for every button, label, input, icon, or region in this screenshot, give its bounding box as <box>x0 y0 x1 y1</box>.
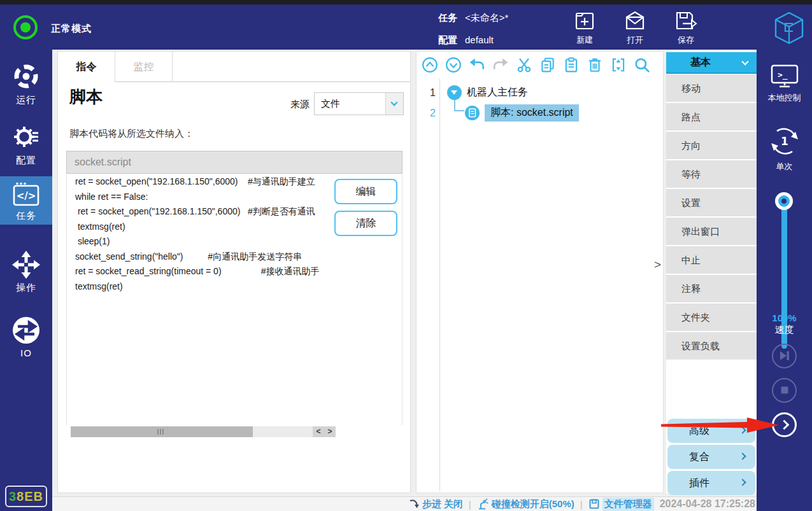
horizontal-scrollbar[interactable]: < > <box>71 426 336 437</box>
code-icon: </> <box>11 182 41 207</box>
chevron-right-icon <box>739 426 746 433</box>
instruction-category-basic[interactable]: 基本 <box>666 52 757 74</box>
sidebar-item-config[interactable]: 配置 <box>0 122 52 167</box>
step-forward-button[interactable] <box>772 344 797 368</box>
open-button[interactable]: 打开 <box>616 10 654 46</box>
sidebar-item-operate[interactable]: 操作 <box>0 250 52 294</box>
instr-item-popup[interactable]: 弹出窗口 <box>666 218 757 245</box>
move-down-icon[interactable] <box>445 57 462 73</box>
code-line: textmsg(ret) <box>67 220 350 235</box>
tab-command[interactable]: 指令 <box>58 52 115 82</box>
panel-expander[interactable]: > <box>654 258 661 272</box>
instr-item-set[interactable]: 设置 <box>666 189 757 216</box>
new-file-icon <box>574 10 595 32</box>
clock: 2024-04-28 17:25:28 <box>660 498 755 510</box>
collision-icon <box>477 498 489 510</box>
file-manager-button[interactable]: 文件管理器 <box>588 498 654 511</box>
line-number: 1 <box>417 87 436 99</box>
task-info: 任务<未命名>* 配置default <box>438 12 508 57</box>
scrollbar-track[interactable] <box>71 426 313 437</box>
single-run-button[interactable]: 1 单次 <box>757 125 812 172</box>
sidebar-item-io[interactable]: IO <box>0 316 52 358</box>
config-value: default <box>465 34 494 45</box>
step-mode-status[interactable]: 步进 关闭 <box>408 498 463 510</box>
right-rail: >_ 本地控制 1 单次 100% 速度 <box>757 50 812 511</box>
task-label: 任务 <box>438 12 457 23</box>
collapse-icon[interactable] <box>610 57 627 73</box>
script-hint: 脚本代码将从所选文件纳入： <box>69 128 194 140</box>
next-button[interactable] <box>772 412 797 437</box>
run-icon <box>11 61 41 92</box>
sidebar-item-task[interactable]: </> 任务 <box>0 176 52 225</box>
topbar: 正常模式 任务<未命名>* 配置default 新建 打 <box>0 4 812 50</box>
chevron-right-icon <box>780 420 790 430</box>
instr-item-move[interactable]: 移动 <box>666 74 757 102</box>
grip-icon <box>157 429 159 435</box>
instr-item-comment[interactable]: 注释 <box>666 275 757 302</box>
search-icon[interactable] <box>634 57 650 73</box>
open-file-icon <box>624 10 646 32</box>
script-panel: 指令 监控 脚本 来源 文件 脚本代码将从所选文件纳入： socket.scri… <box>57 51 411 493</box>
save-icon <box>674 10 697 32</box>
tree-toolbar <box>422 55 650 75</box>
source-label: 来源 <box>290 99 310 111</box>
scrollbar-thumb[interactable] <box>71 426 253 437</box>
tree-row-main-task[interactable]: 机器人主任务 <box>447 83 528 101</box>
copy-icon[interactable] <box>539 57 556 73</box>
code-line: ret = socket_open("192.168.1.150",6000) … <box>67 174 350 190</box>
file-manager-icon <box>588 498 600 510</box>
scroll-left-button[interactable]: < <box>313 426 324 437</box>
tab-monitor[interactable]: 监控 <box>115 52 173 82</box>
collapse-triangle-icon[interactable] <box>447 85 462 100</box>
sidebar-item-run[interactable]: 运行 <box>0 61 52 106</box>
line-number: 2 <box>417 108 436 119</box>
io-icon <box>11 316 41 345</box>
instr-item-wait[interactable]: 等待 <box>666 160 757 188</box>
selected-node-label: 脚本: socket.script <box>485 104 579 122</box>
instr-item-abort[interactable]: 中止 <box>666 246 757 274</box>
stop-button[interactable] <box>772 378 797 403</box>
script-filename-field[interactable]: socket.script <box>66 151 402 174</box>
mode-label: 正常模式 <box>51 23 92 35</box>
status-bar: 步进 关闭 | 碰撞检测开启(50%) | 文件管理器 2024-04-28 1… <box>52 496 757 511</box>
edit-button[interactable]: 编辑 <box>334 179 397 204</box>
status-light-icon <box>13 15 38 39</box>
redo-icon[interactable] <box>492 57 509 73</box>
chevron-right-icon <box>739 479 746 486</box>
tree-row-script[interactable]: 脚本: socket.script <box>465 104 579 122</box>
config-label: 配置 <box>438 34 457 45</box>
window-top-strip <box>0 0 812 4</box>
clear-button[interactable]: 清除 <box>334 211 397 236</box>
svg-text:1: 1 <box>781 135 788 148</box>
move-up-icon[interactable] <box>422 57 438 73</box>
paste-icon[interactable] <box>563 57 580 73</box>
new-button[interactable]: 新建 <box>566 10 604 46</box>
instr-item-payload[interactable]: 设置负载 <box>666 332 757 360</box>
instr-item-folder[interactable]: 文件夹 <box>666 304 757 331</box>
svg-text:>_: >_ <box>778 70 788 80</box>
local-control-button[interactable]: >_ 本地控制 <box>757 64 812 104</box>
instruction-category-advanced[interactable]: 高级 <box>667 419 755 443</box>
source-select[interactable]: 文件 <box>314 92 404 115</box>
save-button[interactable]: 保存 <box>667 10 705 46</box>
delete-icon[interactable] <box>587 57 603 73</box>
undo-icon[interactable] <box>469 57 485 73</box>
source-selected-value: 文件 <box>321 98 340 110</box>
page-title: 脚本 <box>69 86 103 108</box>
move-icon <box>11 250 41 279</box>
instr-item-direction[interactable]: 方向 <box>666 132 757 159</box>
instr-item-waypoint[interactable]: 路点 <box>666 103 757 130</box>
speed-slider-thumb[interactable] <box>775 192 793 210</box>
instruction-panel: 基本 移动 路点 方向 等待 设置 弹出窗口 中止 注释 文件夹 设置负载 高级… <box>666 52 757 493</box>
chevron-right-icon <box>739 452 746 459</box>
instruction-category-composite[interactable]: 复合 <box>667 445 755 469</box>
scroll-right-button[interactable]: > <box>324 426 336 437</box>
cut-icon[interactable] <box>516 57 532 73</box>
separator: | <box>580 499 583 510</box>
step-icon <box>408 498 420 510</box>
collision-detection-status[interactable]: 碰撞检测开启(50%) <box>477 498 574 510</box>
instruction-category-plugin[interactable]: 插件 <box>667 471 755 495</box>
code-line: while ret == False: <box>67 190 350 205</box>
chevron-down-icon <box>741 58 748 65</box>
sidebar: 运行 配置 </> 任务 <box>0 50 52 511</box>
